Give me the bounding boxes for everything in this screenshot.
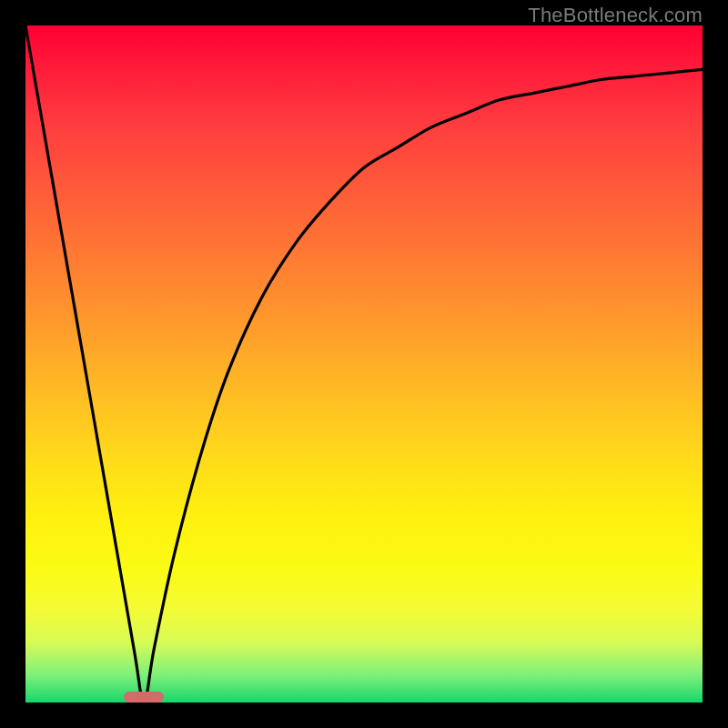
chart-frame: TheBottleneck.com [0, 0, 728, 728]
bottleneck-curve [25, 25, 703, 703]
plot-area [25, 25, 703, 703]
minimum-marker [124, 692, 164, 703]
watermark-text: TheBottleneck.com [528, 4, 703, 27]
